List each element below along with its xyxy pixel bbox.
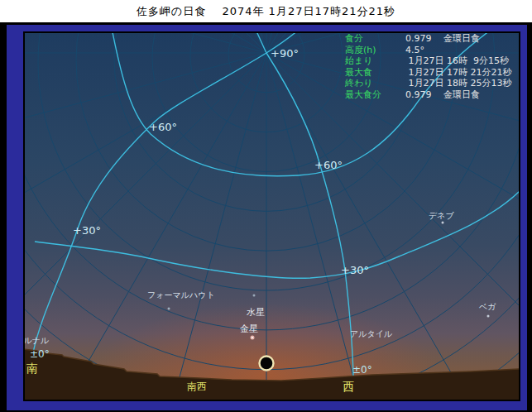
title-bar: 佐多岬の日食 2074年 1月27日17時21分21秒 (0, 0, 532, 22)
window-title: 佐多岬の日食 2074年 1月27日17時21分21秒 (137, 4, 395, 19)
info-value-magnitude: 0.979 金環日食 (405, 33, 480, 44)
fomalhaut-star (168, 308, 170, 310)
eclipse-app-window: 佐多岬の日食 2074年 1月27日17時21分21秒 (0, 0, 532, 412)
alt-label-w30: +30° (341, 264, 369, 276)
star-label-deneb: デネブ (429, 211, 454, 220)
alt-label-s30: +30° (73, 224, 101, 237)
star-label-fomalhaut: フォーマルハウト (147, 290, 215, 299)
eclipsed-sun[interactable] (260, 357, 274, 371)
info-label-altitude: 高度(h) (345, 45, 376, 55)
planet-label-venus: 金星 (240, 323, 258, 334)
alt-label-w60: +60° (314, 159, 343, 171)
alt-label-zenith: +90° (271, 47, 299, 60)
direction-south: 南 (26, 362, 38, 375)
info-value-maximum: 1月27日 17時 21分21秒 (405, 67, 512, 78)
direction-west: 西 (343, 380, 354, 393)
info-label-maximum: 最大食 (345, 67, 372, 78)
window-frame: 食分 0.979 金環日食 高度(h) 4.5° 始まり 1月27日 16時 9… (7, 25, 527, 410)
star-label-altair: アルタイル (350, 329, 393, 338)
info-value-start: 1月27日 16時 9分15秒 (405, 55, 510, 66)
info-value-max-magnitude: 0.979 金環日食 (405, 89, 480, 100)
star-label-achernar: アケルナル (25, 336, 50, 345)
venus-dot-core (252, 337, 253, 338)
star-label-vega: ベガ (479, 302, 496, 311)
vega-star (487, 315, 490, 318)
info-value-altitude: 4.5° (405, 45, 424, 55)
direction-southwest: 南西 (187, 381, 207, 392)
planet-label-mercury: 水星 (247, 307, 265, 318)
info-label-magnitude: 食分 (345, 33, 363, 44)
sky-chart[interactable]: 食分 0.979 金環日食 高度(h) 4.5° 始まり 1月27日 16時 9… (23, 31, 520, 401)
info-label-end: 終わり (344, 78, 373, 89)
deneb-star (442, 222, 444, 224)
mercury-dot[interactable] (253, 295, 256, 297)
info-label-start: 始まり (344, 55, 373, 66)
info-value-end: 1月27日 18時 25分13秒 (405, 78, 512, 89)
info-label-max-magnitude: 最大食分 (345, 89, 381, 100)
alt-label-w0: ±0° (352, 364, 372, 376)
alt-label-s0: ±0° (30, 348, 50, 360)
alt-label-s60: +60° (149, 121, 177, 133)
